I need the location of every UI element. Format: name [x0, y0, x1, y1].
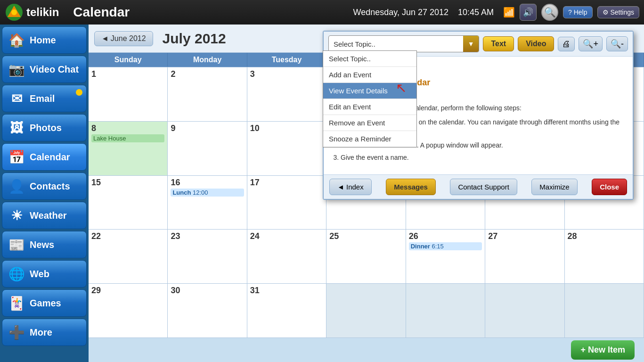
sidebar-label-calendar: Calendar — [30, 152, 70, 163]
maximize-btn[interactable]: Maximize — [531, 179, 577, 195]
topic-select[interactable]: Select Topic.. ▼ — [328, 35, 479, 52]
dropdown-item[interactable]: Edit an Event — [323, 99, 416, 115]
cal-cell-empty[interactable] — [485, 284, 564, 337]
dropdown-item[interactable]: Snooze a Reminder — [323, 131, 416, 147]
cal-cell-1[interactable]: 1 — [89, 67, 168, 121]
cal-cell-17[interactable]: 17 — [247, 176, 326, 230]
cal-date-number: 8 — [91, 123, 164, 133]
cal-cell-29[interactable]: 29 — [89, 284, 168, 337]
cal-cell-8[interactable]: 8Lake House — [89, 122, 168, 175]
day-header-monday: Monday — [168, 53, 247, 67]
sidebar-item-news[interactable]: 📰News — [2, 231, 87, 258]
wifi-icon: 📶 — [503, 7, 515, 18]
cal-cell-23[interactable]: 23 — [168, 230, 247, 283]
cal-date-number: 2 — [171, 69, 244, 79]
day-header-sunday: Sunday — [89, 53, 168, 67]
logo: telikin — [5, 3, 59, 22]
cal-week-3: 2223242526Dinner 6:152728 — [89, 229, 644, 283]
current-month-title: July 2012 — [163, 31, 226, 47]
cal-cell-2[interactable]: 2 — [168, 67, 247, 121]
sidebar-item-games[interactable]: 🃏Games — [2, 289, 87, 317]
sidebar-item-email[interactable]: ✉Email — [2, 85, 87, 112]
app-title: Calendar — [73, 5, 348, 20]
cal-cell-28[interactable]: 28 — [565, 230, 644, 283]
cal-cell-24[interactable]: 24 — [247, 230, 326, 283]
close-btn[interactable]: Close — [592, 179, 627, 195]
prev-month-btn[interactable]: ◄ June 2012 — [94, 31, 153, 46]
calendar-icon: 📅 — [8, 149, 25, 165]
messages-btn[interactable]: Messages — [386, 179, 436, 195]
cal-cell-16[interactable]: 16Lunch 12:00 — [168, 176, 247, 230]
notification-dot — [76, 89, 82, 96]
sound-btn[interactable]: 🔊 — [520, 4, 537, 21]
sidebar: 🏠Home📷Video Chat✉Email🖼Photos📅Calendar👤C… — [0, 25, 89, 362]
cal-date-number: 23 — [171, 231, 244, 241]
cal-cell-empty[interactable] — [565, 284, 644, 337]
contact-support-btn[interactable]: Contact Support — [450, 179, 517, 195]
zoom-out-btn[interactable]: 🔍- — [606, 36, 628, 51]
cal-week-4: 293031 — [89, 283, 644, 337]
search-btn[interactable]: 🔍 — [541, 4, 558, 21]
new-item-button[interactable]: + New Item — [571, 340, 635, 360]
cal-cell-25[interactable]: 25 — [326, 230, 406, 283]
cal-date-number: 26 — [409, 231, 482, 241]
topic-dropdown-menu[interactable]: Select Topic..Add an EventView Event Det… — [323, 50, 417, 148]
cal-cell-22[interactable]: 22 — [89, 230, 168, 283]
topic-select-text: Select Topic.. — [329, 37, 463, 51]
home-icon: 🏠 — [8, 33, 25, 48]
dropdown-item[interactable]: View Event Details — [323, 83, 416, 99]
video-tab-btn[interactable]: Video — [518, 36, 554, 51]
cal-cell-30[interactable]: 30 — [168, 284, 247, 337]
sidebar-label-news: News — [30, 239, 54, 250]
cal-date-number: 9 — [171, 123, 244, 133]
cal-cell-9[interactable]: 9 — [168, 122, 247, 175]
sidebar-item-calendar[interactable]: 📅Calendar — [2, 143, 87, 171]
cal-date-number: 24 — [250, 231, 323, 241]
cal-cell-empty[interactable] — [406, 284, 485, 337]
sidebar-label-more: More — [30, 327, 52, 338]
day-header-tuesday: Tuesday — [247, 53, 326, 67]
text-tab-btn[interactable]: Text — [483, 36, 514, 51]
print-btn[interactable]: 🖨 — [558, 37, 575, 51]
cal-cell-31[interactable]: 31 — [247, 284, 326, 337]
bottom-bar: + New Item — [89, 337, 644, 362]
cal-date-number: 30 — [171, 286, 244, 296]
sidebar-item-more[interactable]: ➕More — [2, 319, 87, 346]
cal-date-number: 16 — [171, 178, 244, 188]
sidebar-item-contacts[interactable]: 👤Contacts — [2, 173, 87, 200]
zoom-in-btn[interactable]: 🔍+ — [579, 36, 603, 51]
sidebar-item-video-chat[interactable]: 📷Video Chat — [2, 56, 87, 83]
svg-point-2 — [11, 9, 17, 15]
cal-cell-15[interactable]: 15 — [89, 176, 168, 230]
dropdown-item[interactable]: Remove an Event — [323, 115, 416, 131]
topbar: telikin Calendar Wednesday, Jun 27 2012 … — [0, 0, 644, 25]
dropdown-item[interactable]: Add an Event — [323, 67, 416, 83]
sidebar-item-photos[interactable]: 🖼Photos — [2, 114, 87, 141]
cal-date-number: 31 — [250, 286, 323, 296]
cal-cell-empty[interactable] — [326, 284, 406, 337]
email-icon: ✉ — [8, 91, 25, 107]
sidebar-item-weather[interactable]: ☀Weather — [2, 202, 87, 229]
cal-cell-26[interactable]: 26Dinner 6:15 — [406, 230, 485, 283]
logo-text: telikin — [26, 6, 59, 19]
news-icon: 📰 — [8, 237, 25, 253]
cal-event: Dinner 6:15 — [409, 242, 482, 250]
cal-date-number: 15 — [91, 178, 164, 188]
cal-cell-27[interactable]: 27 — [485, 230, 564, 283]
sidebar-label-home: Home — [30, 35, 56, 46]
logo-icon — [5, 3, 24, 22]
settings-btn[interactable]: ⚙ Settings — [597, 6, 639, 18]
sidebar-label-email: Email — [30, 93, 55, 104]
help-btn[interactable]: ? Help — [563, 6, 592, 18]
index-btn[interactable]: ◄ Index — [329, 179, 372, 195]
dropdown-item[interactable]: Select Topic.. — [323, 51, 416, 67]
cal-cell-10[interactable]: 10 — [247, 122, 326, 175]
cal-date-number: 29 — [91, 286, 164, 296]
cal-date-number: 27 — [488, 231, 561, 241]
prev-month-label: June 2012 — [111, 34, 146, 43]
topic-dropdown-btn[interactable]: ▼ — [463, 36, 479, 52]
sidebar-item-web[interactable]: 🌐Web — [2, 260, 87, 288]
sidebar-item-home[interactable]: 🏠Home — [2, 26, 87, 54]
cal-cell-3[interactable]: 3 — [247, 67, 326, 121]
sidebar-label-contacts: Contacts — [30, 181, 70, 192]
